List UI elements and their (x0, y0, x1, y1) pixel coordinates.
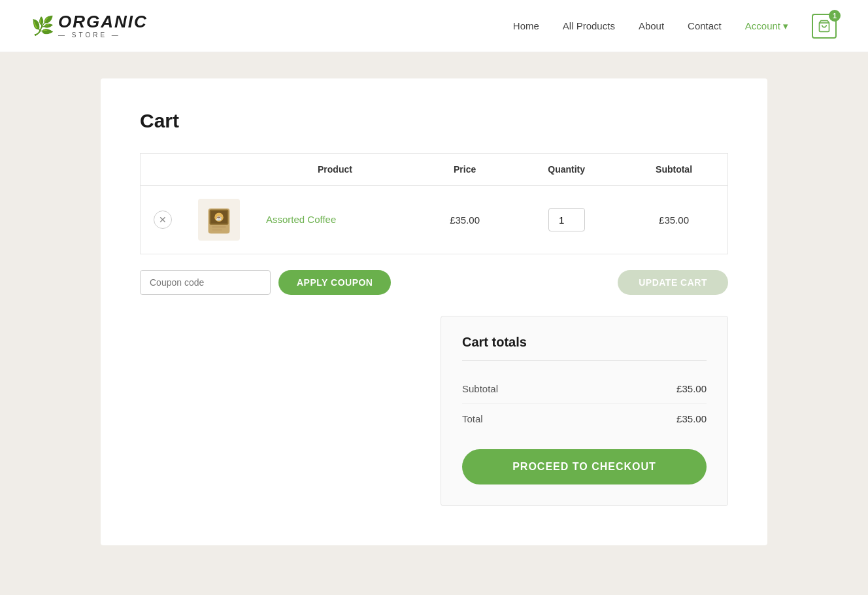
cart-badge: 1 (829, 10, 841, 22)
svg-rect-6 (212, 226, 225, 228)
site-header: 🌿 ORGANIC — STORE — Home All Products Ab… (0, 0, 868, 52)
logo-name: ORGANIC (58, 13, 148, 30)
subtotal-row: Subtotal £35.00 (462, 374, 707, 404)
remove-item-button[interactable]: ✕ (154, 211, 172, 229)
apply-coupon-button[interactable]: APPLY COUPON (278, 270, 391, 295)
total-value: £35.00 (676, 413, 707, 424)
page-body: Cart Product Price Quantity Subtotal (0, 52, 868, 585)
nav-contact[interactable]: Contact (688, 20, 722, 31)
page-card: Cart Product Price Quantity Subtotal (101, 78, 767, 545)
cart-totals-section: Cart totals Subtotal £35.00 Total £35.00… (140, 316, 728, 506)
chevron-down-icon: ▾ (783, 20, 788, 32)
table-row: ✕ ☕ (141, 186, 728, 254)
col-product: Product (253, 154, 417, 186)
cart-actions: APPLY COUPON UPDATE CART (140, 257, 728, 295)
col-remove (141, 154, 186, 186)
col-subtotal: Subtotal (620, 154, 727, 186)
subtotal-cell: £35.00 (620, 186, 727, 254)
logo[interactable]: 🌿 ORGANIC — STORE — (31, 13, 148, 39)
col-quantity: Quantity (512, 154, 620, 186)
coupon-area: APPLY COUPON (140, 270, 391, 295)
total-row: Total £35.00 (462, 404, 707, 434)
page-title: Cart (140, 110, 728, 132)
product-name-link[interactable]: Assorted Coffee (266, 214, 336, 225)
nav-account[interactable]: Account ▾ (745, 20, 788, 32)
nav-about[interactable]: About (639, 20, 664, 31)
main-nav: Home All Products About Contact Account … (513, 14, 837, 39)
svg-text:☕: ☕ (216, 214, 222, 221)
subtotal-value: £35.00 (676, 383, 707, 394)
total-label: Total (462, 413, 483, 424)
product-thumbnail: ☕ (198, 199, 240, 241)
col-image (185, 154, 253, 186)
nav-all-products[interactable]: All Products (563, 20, 615, 31)
logo-leaf-icon: 🌿 (31, 15, 54, 37)
coupon-input[interactable] (140, 270, 271, 295)
proceed-to-checkout-button[interactable]: PROCEED TO CHECKOUT (462, 449, 707, 484)
cart-icon-button[interactable]: 1 (812, 14, 837, 39)
cart-totals-box: Cart totals Subtotal £35.00 Total £35.00… (441, 316, 728, 506)
cart-table: Product Price Quantity Subtotal ✕ (140, 153, 728, 254)
quantity-input[interactable] (548, 208, 585, 231)
col-price: Price (417, 154, 512, 186)
subtotal-label: Subtotal (462, 383, 498, 394)
cart-icon (818, 20, 831, 33)
price-cell: £35.00 (417, 186, 512, 254)
product-name-cell: Assorted Coffee (253, 186, 417, 254)
product-image-svg: ☕ (201, 202, 237, 237)
svg-rect-7 (212, 229, 222, 230)
quantity-cell (512, 186, 620, 254)
nav-home[interactable]: Home (513, 20, 539, 31)
logo-sub: — STORE — (58, 31, 121, 39)
remove-cell: ✕ (141, 186, 186, 254)
product-image-cell: ☕ (185, 186, 253, 254)
update-cart-button[interactable]: UPDATE CART (618, 270, 728, 295)
cart-totals-title: Cart totals (462, 335, 707, 361)
